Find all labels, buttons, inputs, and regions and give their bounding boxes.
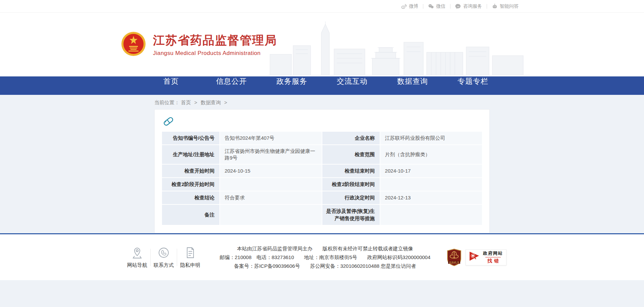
top-utility-bar: 微博 微信 — [0, 0, 644, 13]
site-subtitle: Jiangsu Medical Products Administration — [153, 50, 277, 57]
map-pin-icon — [131, 246, 143, 259]
privacy-doc-icon — [184, 246, 196, 259]
field-label: 检查结论 — [162, 191, 219, 204]
party-gov-badge[interactable]: 党政机关 — [447, 249, 462, 266]
table-row: 检查2阶段开始时间 检查2阶段结束时间 — [162, 178, 482, 191]
content-area: 当前位置： 首页 > 数据查询 > — [0, 95, 644, 233]
field-label: 检查开始时间 — [162, 165, 219, 177]
nav-item-home[interactable]: 首页 — [141, 76, 201, 86]
party-badge-label: 党政机关 — [449, 261, 460, 264]
smart-qa-link[interactable]: 智能问答 — [487, 3, 523, 9]
table-row: 检查结论 符合要求 行政决定时间 2024-12-13 — [162, 191, 482, 204]
page: 微博 微信 — [0, 0, 644, 307]
chat-bubble-icon — [455, 3, 461, 9]
footer-link-privacy[interactable]: 隐私申明 — [177, 246, 203, 268]
field-value: 2024-10-17 — [380, 165, 482, 177]
site-footer: 网站导航 联系方式 — [0, 233, 644, 280]
weibo-icon — [401, 3, 407, 9]
footer-link-contact[interactable]: 联系方式 — [151, 246, 177, 268]
nav-item-special-topics[interactable]: 专题专栏 — [443, 76, 503, 86]
field-label: 检查结束时间 — [322, 165, 380, 177]
footer-link-label: 网站导航 — [127, 262, 147, 268]
field-value: 告知书2024年第407号 — [220, 132, 322, 144]
badge-find-error-label: 找错 — [485, 257, 501, 264]
wechat-icon — [428, 3, 434, 9]
pill-capsule-icon — [161, 115, 483, 131]
national-emblem-icon — [121, 30, 146, 59]
field-value: 符合要求 — [220, 191, 322, 204]
topbar-label: 咨询服务 — [463, 3, 482, 9]
footer-badges: 党政机关 政府网站 找错 — [447, 249, 506, 266]
field-value — [220, 178, 322, 191]
table-row: 生产地址/注册地址 江苏省扬州市扬州生物健康产业园健康一路9号 检查范围 片剂（… — [162, 145, 482, 164]
field-label: 检查2阶段结束时间 — [322, 178, 380, 191]
badge-gov-site-label: 政府网站 — [483, 250, 503, 256]
breadcrumb-separator: > — [194, 100, 197, 105]
field-label: 备注 — [162, 205, 219, 225]
field-value — [380, 205, 482, 225]
topbar-label: 微博 — [409, 3, 418, 9]
footer-line-host: 本站由江苏省药品监督管理局主办 版权所有未经许可禁止转载或者建立镜像 — [210, 244, 440, 253]
robot-icon — [492, 3, 498, 9]
field-label: 检查范围 — [322, 145, 380, 164]
footer-links: 网站导航 联系方式 — [124, 246, 203, 268]
main-nav: 首页 信息公开 政务服务 交流互动 数据查询 专题专栏 — [0, 76, 644, 95]
field-value — [220, 205, 322, 225]
table-row: 备注 是否涉及暂停(恢复)生产销售使用等措施 — [162, 205, 482, 225]
table-row: 检查开始时间 2024-10-15 检查结束时间 2024-10-17 — [162, 165, 482, 177]
consult-service-link[interactable]: 咨询服务 — [450, 3, 487, 9]
nav-item-gov-services[interactable]: 政务服务 — [262, 76, 322, 86]
field-label: 生产地址/注册地址 — [162, 145, 219, 164]
topbar-label: 智能问答 — [500, 3, 519, 9]
field-value: 江苏联环药业股份有限公司 — [380, 132, 482, 144]
nav-item-info-disclosure[interactable]: 信息公开 — [201, 76, 262, 86]
site-title: 江苏省药品监督管理局 — [153, 33, 277, 48]
field-value: 江苏省扬州市扬州生物健康产业园健康一路9号 — [220, 145, 322, 164]
bottom-filler — [0, 280, 644, 307]
field-label: 企业名称 — [322, 132, 380, 144]
footer-link-sitemap[interactable]: 网站导航 — [124, 246, 150, 268]
field-value: 2024-10-15 — [220, 165, 322, 177]
gov-site-error-report-badge[interactable]: 政府网站 找错 — [466, 249, 506, 265]
footer-line-icp: 备案号：苏ICP备09039606号 苏公网安备：32010602010488 … — [210, 262, 440, 270]
footer-link-label: 隐私申明 — [180, 262, 200, 268]
weibo-link[interactable]: 微博 — [396, 3, 423, 9]
field-label: 行政决定时间 — [322, 191, 380, 204]
wechat-link[interactable]: 微信 — [423, 3, 450, 9]
inspection-detail-card: 告知书编号/公告号 告知书2024年第407号 企业名称 江苏联环药业股份有限公… — [154, 109, 490, 233]
table-row: 告知书编号/公告号 告知书2024年第407号 企业名称 江苏联环药业股份有限公… — [162, 132, 482, 144]
city-skyline-graphic — [268, 21, 530, 76]
breadcrumb-prefix: 当前位置： — [154, 100, 179, 105]
breadcrumb: 当前位置： 首页 > 数据查询 > — [154, 99, 490, 109]
footer-line-contact: 邮编：210008 电话：83273610 地址：南京市鼓楼街5号 政府网站标识… — [210, 253, 440, 262]
footer-info: 本站由江苏省药品监督管理局主办 版权所有未经许可禁止转载或者建立镜像 邮编：21… — [210, 244, 440, 270]
breadcrumb-separator: > — [224, 100, 227, 105]
field-label: 告知书编号/公告号 — [162, 132, 219, 144]
field-value: 片剂（含抗肿瘤类） — [380, 145, 482, 164]
breadcrumb-home-link[interactable]: 首页 — [181, 100, 191, 105]
magnifier-flag-icon — [469, 251, 480, 264]
phone-icon — [158, 246, 170, 259]
nav-item-data-query[interactable]: 数据查询 — [382, 76, 443, 86]
topbar-label: 微信 — [436, 3, 445, 9]
breadcrumb-section-link[interactable]: 数据查询 — [201, 100, 221, 105]
field-value: 2024-12-13 — [380, 191, 482, 204]
field-value — [380, 178, 482, 191]
field-label: 是否涉及暂停(恢复)生产销售使用等措施 — [322, 205, 380, 225]
site-header: 江苏省药品监督管理局 Jiangsu Medical Products Admi… — [0, 13, 644, 76]
nav-item-interaction[interactable]: 交流互动 — [322, 76, 382, 86]
footer-link-label: 联系方式 — [154, 262, 174, 268]
site-logo-link[interactable]: 江苏省药品监督管理局 Jiangsu Medical Products Admi… — [121, 30, 277, 59]
inspection-detail-table: 告知书编号/公告号 告知书2024年第407号 企业名称 江苏联环药业股份有限公… — [161, 131, 483, 226]
field-label: 检查2阶段开始时间 — [162, 178, 219, 191]
